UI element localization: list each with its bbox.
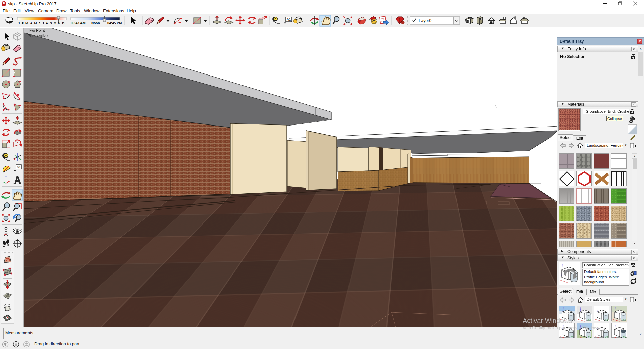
svg-text:Layer0: Layer0 — [419, 18, 431, 23]
svg-text:04:45 PM: 04:45 PM — [107, 21, 122, 25]
svg-text:06:43 AM: 06:43 AM — [71, 21, 86, 25]
svg-text:Noon: Noon — [91, 21, 100, 25]
svg-text:Perspective: Perspective — [28, 34, 48, 38]
svg-text:JFMAMJJASOND: JFMAMJJASOND — [18, 21, 66, 25]
svg-text:Two Point: Two Point — [28, 28, 45, 32]
svg-text:A1: A1 — [287, 18, 291, 21]
svg-text:A1: A1 — [17, 165, 21, 169]
